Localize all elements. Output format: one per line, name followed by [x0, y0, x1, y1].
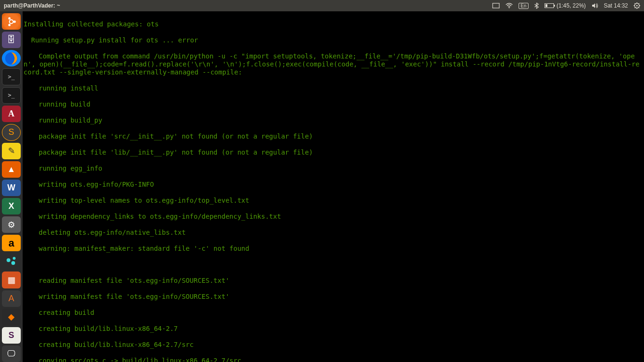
output-line: copying src/ots.c -> build/lib.linux-x86… — [23, 357, 644, 362]
output-line: running build — [23, 100, 644, 108]
output-line: package init file 'src/__init__.py' not … — [23, 132, 644, 140]
svg-point-12 — [7, 258, 10, 262]
output-line: package init file 'lib/__init__.py' not … — [23, 148, 644, 156]
bluetooth-icon[interactable] — [534, 2, 539, 9]
screen-icon[interactable] — [492, 3, 500, 8]
top-menu-bar: parth@ParthVader: ~ En (1:45, 22%) Sat 1… — [0, 0, 644, 11]
battery-indicator[interactable]: (1:45, 22%) — [545, 2, 586, 9]
volume-icon[interactable] — [592, 3, 598, 8]
svg-point-1 — [509, 8, 510, 8]
output-line: warning: manifest_maker: standard file '… — [23, 245, 644, 253]
dash-icon[interactable] — [2, 13, 21, 30]
pdf-reader-icon[interactable]: A — [2, 106, 21, 122]
calculator-icon[interactable]: ▦ — [2, 272, 21, 288]
output-line: writing ots.egg-info/PKG-INFO — [23, 181, 644, 189]
slack-icon[interactable]: S — [2, 327, 21, 344]
language-indicator[interactable]: En — [519, 3, 528, 9]
output-line: creating build — [23, 309, 644, 317]
svg-point-14 — [13, 257, 16, 260]
firefox-icon[interactable] — [2, 50, 21, 66]
output-line: creating build/lib.linux-x86_64-2.7/src — [23, 341, 644, 349]
output-line: running build_py — [23, 116, 644, 124]
terminal-output[interactable]: Installing collected packages: ots Runni… — [23, 11, 644, 362]
svg-point-9 — [8, 17, 11, 19]
output-line — [23, 261, 644, 269]
output-line: Installing collected packages: ots — [23, 20, 644, 28]
terminal2-icon[interactable]: >_ — [2, 87, 21, 104]
amazon-icon[interactable]: a — [2, 235, 21, 251]
output-line: creating build/lib.linux-x86_64-2.7 — [23, 325, 644, 333]
sublime-icon[interactable]: S — [2, 124, 21, 140]
output-line: Complete output from command /usr/bin/py… — [23, 52, 644, 76]
system-indicators: En (1:45, 22%) Sat 14:32 — [492, 2, 640, 9]
blender-icon[interactable]: ◆ — [2, 309, 21, 325]
svg-point-10 — [8, 24, 11, 26]
software-center-icon[interactable]: A — [2, 290, 21, 307]
output-line: writing manifest file 'ots.egg-info/SOUR… — [23, 293, 644, 301]
svg-rect-3 — [554, 5, 555, 7]
vlc-icon[interactable]: ▲ — [2, 161, 21, 178]
files-icon[interactable]: 🗄 — [2, 32, 21, 48]
clock[interactable]: Sat 14:32 — [604, 2, 628, 9]
output-line: deleting ots.egg-info/native_libs.txt — [23, 229, 644, 237]
unity-launcher: 🗄 >_ >_ A S ✎ ▲ W X ⚙ a ▦ A ◆ S 🖵 — [0, 11, 23, 362]
displays-icon[interactable]: 🖵 — [2, 346, 21, 362]
output-line: writing dependency_links to ots.egg-info… — [23, 213, 644, 221]
svg-point-7 — [9, 20, 13, 24]
session-icon[interactable] — [634, 2, 640, 9]
output-line: running egg_info — [23, 165, 644, 173]
excel-icon[interactable]: X — [2, 198, 21, 214]
output-line: reading manifest file 'ots.egg-info/SOUR… — [23, 277, 644, 285]
svg-rect-4 — [545, 4, 547, 7]
output-line: running install — [23, 84, 644, 92]
svg-rect-0 — [493, 3, 499, 8]
window-title: parth@ParthVader: ~ — [4, 2, 492, 9]
terminal-icon[interactable]: >_ — [2, 68, 21, 85]
wifi-icon[interactable] — [505, 3, 513, 8]
battery-text: (1:45, 22%) — [557, 2, 586, 9]
app-green-icon[interactable] — [2, 253, 21, 270]
notes-icon[interactable]: ✎ — [2, 143, 21, 159]
output-line: Running setup.py install for ots ... err… — [23, 36, 644, 44]
output-line: writing top-level names to ots.egg-info/… — [23, 197, 644, 205]
svg-point-13 — [11, 261, 15, 265]
svg-point-8 — [14, 20, 16, 23]
svg-point-6 — [636, 5, 638, 7]
settings-icon[interactable]: ⚙ — [2, 216, 21, 233]
word-icon[interactable]: W — [2, 180, 21, 196]
